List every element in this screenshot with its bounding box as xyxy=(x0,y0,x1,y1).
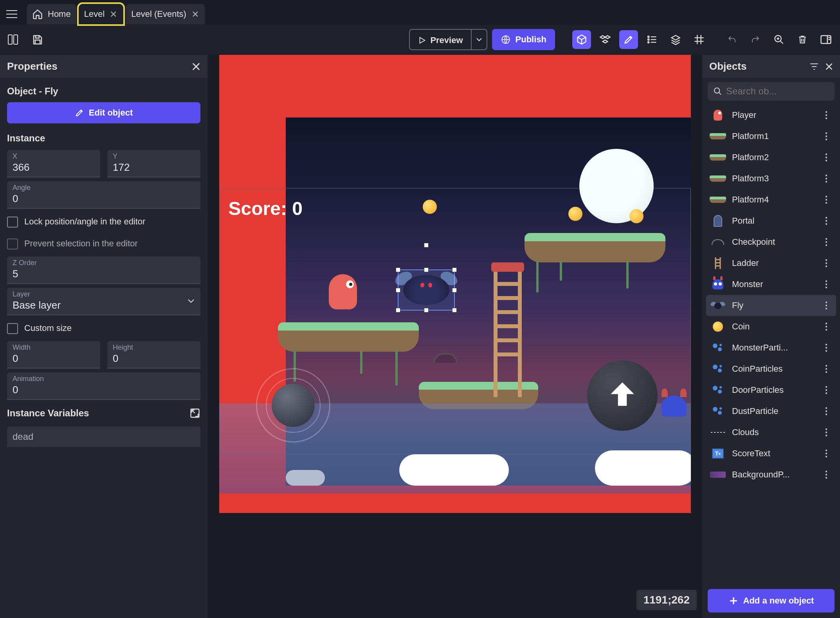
object-item-menu-icon[interactable] xyxy=(825,153,833,162)
object-item-label: Platform1 xyxy=(732,131,820,141)
object-item-menu-icon[interactable] xyxy=(825,132,833,141)
external-open-icon[interactable] xyxy=(189,408,200,419)
fly-selection[interactable] xyxy=(398,269,455,311)
object-item-menu-icon[interactable] xyxy=(825,449,833,458)
y-field[interactable]: Y 172 xyxy=(107,150,200,177)
panel-toggle-icon[interactable] xyxy=(5,30,23,49)
object-item-menu-icon[interactable] xyxy=(825,343,833,352)
layers-icon[interactable] xyxy=(666,30,685,49)
cubes-icon[interactable] xyxy=(596,30,615,49)
add-object-button[interactable]: Add a new object xyxy=(708,589,835,613)
cursor-coordinates: 1191;262 xyxy=(636,590,697,610)
trash-icon[interactable] xyxy=(793,30,812,49)
object-item-label: ScoreText xyxy=(732,448,820,459)
scene-canvas[interactable]: Score: 0 xyxy=(219,55,691,513)
object-item-ladder[interactable]: Ladder xyxy=(706,253,836,274)
tab-home[interactable]: Home xyxy=(27,4,76,24)
tab-level-label: Level xyxy=(84,9,105,19)
object-item-clouds[interactable]: Clouds xyxy=(706,422,836,443)
object-item-menu-icon[interactable] xyxy=(825,428,833,437)
edit-mode-icon[interactable] xyxy=(619,30,638,49)
object-item-dustparticle[interactable]: DustParticle xyxy=(706,401,836,422)
cube-icon[interactable] xyxy=(572,30,591,49)
object-item-checkpoint[interactable]: Checkpoint xyxy=(706,231,836,253)
object-item-menu-icon[interactable] xyxy=(825,301,833,310)
objects-list[interactable]: PlayerPlatform1Platform2Platform3Platfor… xyxy=(702,105,840,584)
object-item-scoretext[interactable]: TxScoreText xyxy=(706,443,836,464)
object-item-menu-icon[interactable] xyxy=(825,386,833,394)
object-item-monster[interactable]: Monster xyxy=(706,274,836,295)
svg-point-3 xyxy=(648,36,649,38)
svg-point-56 xyxy=(718,390,722,394)
properties-close-icon[interactable] xyxy=(192,62,200,71)
object-item-backgroundp-[interactable]: BackgroundP... xyxy=(706,464,836,485)
filter-icon[interactable] xyxy=(809,62,819,71)
preview-dropdown[interactable] xyxy=(471,30,487,49)
custom-size-checkbox[interactable]: Custom size xyxy=(7,319,200,337)
add-object-label: Add a new object xyxy=(743,596,814,606)
variable-dead-field[interactable]: dead xyxy=(7,426,200,447)
x-field[interactable]: X 366 xyxy=(7,150,100,177)
object-item-menu-icon[interactable] xyxy=(825,280,833,289)
save-icon[interactable] xyxy=(28,30,47,49)
object-item-label: Monster xyxy=(732,279,820,289)
svg-point-10 xyxy=(826,111,827,113)
zoom-icon[interactable] xyxy=(770,30,788,49)
objects-search-input[interactable] xyxy=(726,86,829,97)
zorder-field[interactable]: Z Order 5 xyxy=(7,257,200,284)
object-item-menu-icon[interactable] xyxy=(825,174,833,183)
object-item-menu-icon[interactable] xyxy=(825,259,833,267)
list-icon[interactable] xyxy=(643,30,662,49)
object-item-platform2[interactable]: Platform2 xyxy=(706,147,836,168)
object-item-menu-icon[interactable] xyxy=(825,217,833,225)
main-area: Properties Object - Fly Edit object Inst… xyxy=(0,55,840,618)
tab-level[interactable]: Level xyxy=(79,4,124,24)
tab-level-events[interactable]: Level (Events) xyxy=(126,4,205,24)
object-item-coin[interactable]: Coin xyxy=(706,316,836,337)
lock-position-checkbox[interactable]: Lock position/angle in the editor xyxy=(7,213,200,231)
instance-variables-header[interactable]: Instance Variables xyxy=(7,404,200,423)
object-item-menu-icon[interactable] xyxy=(825,365,833,373)
objects-close-icon[interactable] xyxy=(825,63,833,70)
chevron-down-icon xyxy=(187,298,195,304)
player-sprite xyxy=(329,274,357,309)
tab-level-events-close-icon[interactable] xyxy=(191,10,200,18)
layer-select[interactable]: Layer Base layer xyxy=(7,288,200,315)
object-item-platform4[interactable]: Platform4 xyxy=(706,189,836,210)
prevent-selection-checkbox[interactable]: Prevent selection in the editor xyxy=(7,235,200,253)
object-item-label: Ladder xyxy=(732,258,820,268)
undo-icon[interactable] xyxy=(723,30,741,49)
width-field[interactable]: Width 0 xyxy=(7,341,100,369)
edit-object-button[interactable]: Edit object xyxy=(7,102,200,123)
object-item-menu-icon[interactable] xyxy=(825,407,833,416)
height-field[interactable]: Height 0 xyxy=(107,341,200,369)
svg-rect-0 xyxy=(8,35,12,44)
object-item-label: DustParticle xyxy=(732,406,820,416)
object-item-menu-icon[interactable] xyxy=(825,195,833,204)
object-item-menu-icon[interactable] xyxy=(825,322,833,331)
tab-level-close-icon[interactable] xyxy=(109,10,118,18)
object-item-portal[interactable]: Portal xyxy=(706,210,836,231)
object-item-player[interactable]: Player xyxy=(706,105,836,126)
object-item-doorparticles[interactable]: DoorParticles xyxy=(706,379,836,401)
object-item-menu-icon[interactable] xyxy=(825,111,833,119)
objects-search[interactable] xyxy=(708,82,835,101)
object-item-platform1[interactable]: Platform1 xyxy=(706,126,836,147)
grid-icon[interactable] xyxy=(690,30,708,49)
object-item-menu-icon[interactable] xyxy=(825,470,833,479)
menu-button[interactable] xyxy=(3,5,20,23)
redo-icon[interactable] xyxy=(746,30,765,49)
settings-panel-icon[interactable] xyxy=(817,30,835,49)
svg-point-12 xyxy=(826,117,827,119)
object-item-monsterparti-[interactable]: MonsterParti... xyxy=(706,337,836,358)
svg-point-38 xyxy=(826,305,827,306)
angle-field[interactable]: Angle 0 xyxy=(7,181,200,209)
object-item-platform3[interactable]: Platform3 xyxy=(706,168,836,189)
svg-point-19 xyxy=(826,175,827,176)
publish-button[interactable]: Publish xyxy=(492,29,555,50)
animation-field[interactable]: Animation 0 xyxy=(7,372,200,400)
preview-button[interactable]: Preview xyxy=(410,30,470,50)
object-item-fly[interactable]: Fly xyxy=(706,295,836,316)
object-item-menu-icon[interactable] xyxy=(825,238,833,246)
object-item-coinparticles[interactable]: CoinParticles xyxy=(706,358,836,379)
